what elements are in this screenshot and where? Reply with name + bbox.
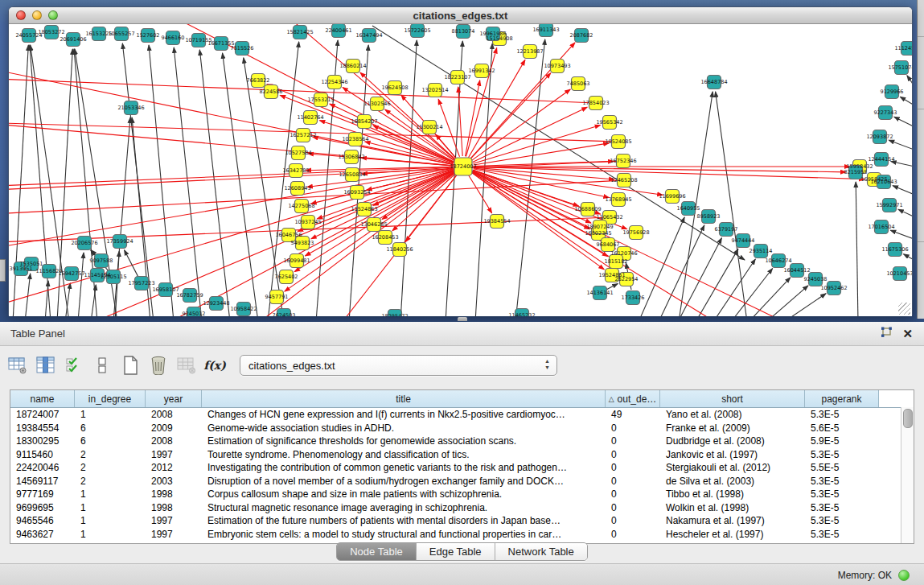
- table-row[interactable]: 946362711997Embryonic stem cells: a mode…: [10, 528, 914, 542]
- scrollbar-thumb[interactable]: [903, 409, 913, 428]
- import-table-icon[interactable]: [176, 355, 197, 376]
- graph-node-label: 16347494: [355, 32, 382, 39]
- cell-out_degree: 0: [606, 435, 660, 447]
- table-vertical-scrollbar[interactable]: [901, 407, 914, 543]
- graph-node-label: 2087682: [570, 32, 593, 39]
- column-header-in_degree[interactable]: in_degree: [75, 390, 146, 407]
- table-row[interactable]: 969969511998Structural magnetic resonanc…: [10, 501, 914, 515]
- network-canvas[interactable]: 1872400715154908122139871097349374850631…: [9, 24, 912, 316]
- cell-year: 1998: [146, 488, 202, 500]
- table-row[interactable]: 1456911722003Disruption of a novel membe…: [10, 475, 914, 488]
- graph-node-label: 20206576: [71, 240, 97, 246]
- graph-node-label: 16802345: [585, 230, 611, 237]
- graph-node-label: 19384554: [483, 218, 510, 225]
- graph-edge: [307, 168, 453, 187]
- table-row[interactable]: 1872400712008Changes of HCN gene express…: [10, 408, 914, 422]
- graph-edge: [893, 186, 912, 196]
- graph-edge: [898, 209, 912, 219]
- close-panel-icon[interactable]: ✕: [902, 328, 913, 340]
- float-window-icon[interactable]: [881, 327, 893, 341]
- graph-node-label: 12923448: [203, 300, 229, 307]
- table-row[interactable]: 977716911998Corpus callosum shape and si…: [10, 488, 914, 501]
- tab-node-table[interactable]: Node Table: [337, 543, 417, 560]
- cell-title: Genome-wide association studies in ADHD.: [202, 422, 606, 434]
- graph-node-label: 16093254: [343, 189, 370, 196]
- graph-node-label: 7515526: [231, 45, 254, 51]
- memory-status-indicator[interactable]: [898, 570, 910, 581]
- graph-node-label: 16911343: [532, 27, 559, 33]
- graph-node-label: 19624508: [381, 84, 408, 91]
- dropdown-arrows-icon: ▲▼: [544, 358, 550, 371]
- show-columns-icon[interactable]: [35, 355, 56, 376]
- column-header-title[interactable]: title: [202, 390, 606, 407]
- graph-node-label: 16342785: [282, 167, 309, 174]
- cell-title: Corpus callosum shape and size in male p…: [202, 488, 606, 500]
- cell-pagerank: 5.3E-5: [805, 529, 879, 540]
- graph-node-label: 9129966: [881, 89, 904, 95]
- graph-node-label: 16044512: [783, 267, 810, 274]
- select-rows-icon[interactable]: [64, 355, 84, 376]
- graph-node-label: 12444154: [868, 156, 894, 163]
- graph-node-label: 7485063: [567, 80, 590, 87]
- cell-short: Franke et al. (2009): [660, 422, 805, 434]
- column-header-year[interactable]: year: [146, 390, 202, 407]
- table-row[interactable]: 1938455462009Genome-wide association stu…: [10, 422, 914, 435]
- table-panel-header: Table Panel ✕: [0, 322, 924, 346]
- new-column-icon[interactable]: [120, 355, 141, 376]
- graph-edge: [904, 254, 912, 262]
- table-row[interactable]: 2242004622012Investigating the contribut…: [10, 461, 914, 475]
- cell-out_degree: 0: [606, 529, 660, 540]
- table-options-icon[interactable]: [7, 355, 28, 376]
- table-select-dropdown[interactable]: citations_edges.txt ▲▼: [240, 355, 557, 376]
- cell-year: 2003: [146, 476, 202, 487]
- tab-network-table[interactable]: Network Table: [495, 543, 587, 560]
- table-row[interactable]: 911546021997Tourette syndrome. Phenomeno…: [10, 448, 914, 462]
- graph-node-label: 1640955: [677, 205, 700, 212]
- status-bar: Memory: OK: [0, 563, 924, 585]
- graph-edge: [607, 283, 618, 289]
- column-header-name[interactable]: name: [10, 390, 75, 407]
- graph-node-label: 13768945: [605, 196, 631, 203]
- window-resize-grip[interactable]: [898, 303, 910, 315]
- column-header-short[interactable]: short: [660, 390, 805, 407]
- network-view-window: citations_edges.txt 18724007151549081221…: [8, 6, 913, 315]
- function-builder-icon[interactable]: f(x): [204, 355, 225, 376]
- background-window-notch: [0, 259, 6, 282]
- cell-title: Embryonic stem cells: a model to study s…: [202, 529, 606, 540]
- graph-node-label: 8813074: [452, 28, 475, 35]
- graph-node-label: 9227343: [874, 109, 897, 116]
- graph-node-label: 19565342: [596, 119, 622, 126]
- panel-divider-handle[interactable]: [458, 317, 467, 321]
- table-row[interactable]: 946554611997Estimation of the future num…: [10, 514, 914, 528]
- column-header-pagerank[interactable]: pagerank: [805, 390, 879, 407]
- table-body: 1872400712008Changes of HCN gene express…: [10, 408, 914, 541]
- graph-node-label: 12650834: [339, 171, 365, 178]
- graph-node-label: 20691406: [60, 36, 86, 43]
- graph-node-label: 16046756: [275, 232, 302, 238]
- window-title: citations_edges.txt: [9, 10, 912, 22]
- table-tab-bar: Node TableEdge TableNetwork Table: [0, 542, 924, 561]
- tab-edge-table[interactable]: Edge Table: [417, 543, 495, 560]
- table-row[interactable]: 1830029562008Estimation of significance …: [10, 435, 914, 448]
- cell-name: 9115460: [10, 449, 75, 460]
- graph-node-label: 16120746: [610, 250, 637, 257]
- graph-node-label: 12608943: [284, 185, 310, 192]
- row-height-icon[interactable]: [92, 355, 113, 376]
- graph-node-label: 10952462: [820, 285, 847, 291]
- graph-edge: [716, 92, 747, 316]
- graph-node-label: 1527602: [137, 32, 160, 39]
- table-toolbar: f(x) citations_edges.txt ▲▼: [0, 348, 924, 383]
- graph-edge: [9, 167, 463, 187]
- graph-node-label: 12505115: [100, 274, 126, 280]
- graph-edge: [78, 253, 84, 316]
- graph-node-label: 9457791: [265, 294, 289, 300]
- graph-edge: [900, 97, 912, 108]
- graph-node-label: 15722605: [404, 27, 430, 34]
- graph-edge: [470, 73, 551, 159]
- delete-column-icon[interactable]: [148, 355, 169, 376]
- cell-out_degree: 0: [606, 462, 660, 473]
- graph-node-label: 16854207: [351, 118, 377, 125]
- column-header-out_degree[interactable]: △out_de…: [606, 390, 660, 407]
- graph-node-label: 10958422: [230, 306, 257, 312]
- window-titlebar[interactable]: citations_edges.txt: [9, 7, 912, 24]
